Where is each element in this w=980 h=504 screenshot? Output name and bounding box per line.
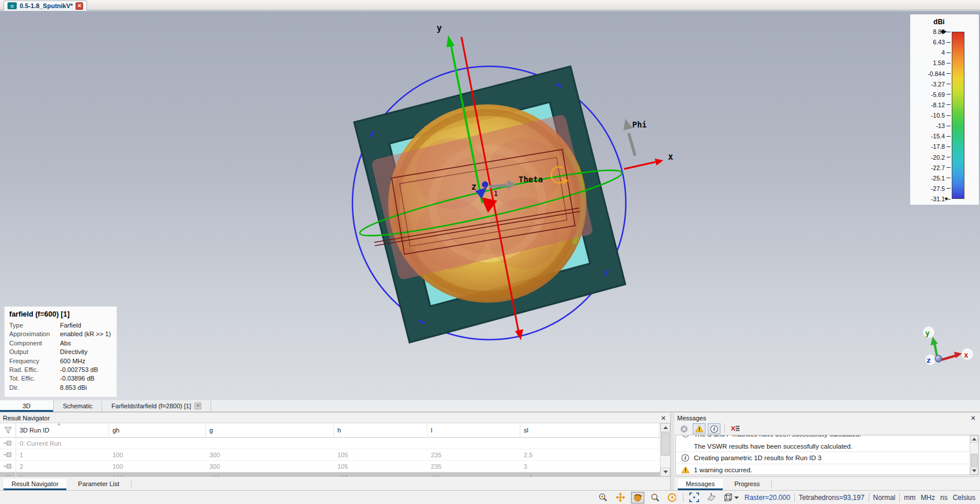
scroll-up-icon[interactable] <box>660 423 670 432</box>
y-axis-label: y <box>437 23 442 33</box>
legend-tick: 1.58 <box>910 59 951 66</box>
farfield-info-row: ComponentAbs <box>9 339 112 348</box>
messages-tabs: MessagesProgress <box>674 476 980 490</box>
pin-icon[interactable] <box>3 464 12 469</box>
pin-cell[interactable] <box>0 461 16 472</box>
pan-tool[interactable] <box>614 492 627 503</box>
messages-scrollbar[interactable] <box>970 435 978 475</box>
zoom-in-tool[interactable] <box>596 492 610 503</box>
pin-cell[interactable] <box>0 472 16 476</box>
column-header-h[interactable]: h <box>334 423 427 437</box>
orbit-tool[interactable] <box>666 492 679 503</box>
scrollbar-thumb[interactable] <box>971 454 978 467</box>
value-cell: 235 <box>427 463 520 470</box>
clipped-message-text: The S and F matrices have been successfu… <box>694 435 861 438</box>
table-row[interactable]: 21003001052353 <box>0 461 660 472</box>
raster-status[interactable]: Raster=20.000 <box>745 494 790 502</box>
message-text: 1 warning occurred. <box>694 467 752 473</box>
clear-messages-button[interactable] <box>729 423 742 434</box>
run-id-cell: 0: Current Run <box>16 440 109 447</box>
unit-label[interactable]: Celsius <box>953 494 975 502</box>
dock-tab-messages[interactable]: Messages <box>678 479 723 490</box>
column-header-g[interactable]: g <box>206 423 334 437</box>
legend-tick: -27.5 <box>910 185 951 192</box>
orientation-triad[interactable]: y x z <box>923 326 973 365</box>
legend-tick: -10.5 <box>910 112 951 119</box>
legend-tick-label: -31.1 <box>931 195 945 202</box>
document-tab[interactable]: ≈ 0.5-1.8_SputnikV* ✕ <box>3 1 87 10</box>
clipping-plane-tool[interactable] <box>705 492 718 503</box>
pin-icon[interactable] <box>3 452 12 457</box>
warning-icon <box>681 466 690 473</box>
view-tab-farfields-farfield-f-2800-1-[interactable]: Farfields\farfield (f=2800) [1]✕ <box>102 400 211 412</box>
legend-tick-mark <box>947 73 951 74</box>
view-cube-tool[interactable] <box>722 492 741 503</box>
zoom-dynamic-tool[interactable] <box>648 492 662 503</box>
scroll-up-icon[interactable] <box>970 435 978 443</box>
3d-viewport[interactable]: y x z Phi Theta 1 y x z dBi <box>0 11 980 400</box>
units-status[interactable]: mmMHznsCelsius <box>904 494 975 502</box>
filter-button[interactable] <box>0 423 16 437</box>
unit-label[interactable]: MHz <box>921 494 935 502</box>
rotate-tool[interactable] <box>631 492 644 503</box>
zoom-dynamic-icon <box>650 492 660 502</box>
legend-tick-label: -13 <box>936 122 945 129</box>
legend-tick-label: 4 <box>941 49 945 56</box>
3d-scene-canvas[interactable]: y x z Phi Theta 1 y x z <box>0 11 980 400</box>
column-header-gh[interactable]: gh <box>109 423 206 437</box>
value-cell: 235 <box>427 452 520 458</box>
legend-tick-label: -0.844 <box>928 70 945 77</box>
message-text: The VSWR results have been successfully … <box>694 443 853 450</box>
close-icon[interactable]: ✕ <box>659 414 667 422</box>
dock-tab-result-navigator[interactable]: Result Navigator <box>3 479 66 490</box>
info-filter-button[interactable]: i <box>708 423 720 434</box>
farfield-info-label: Output <box>9 348 60 356</box>
value-cell: 105 <box>334 452 427 458</box>
legend-tick-mark <box>947 157 951 157</box>
column-header-l[interactable]: l <box>427 423 520 437</box>
fit-view-tool[interactable] <box>688 492 701 503</box>
view-tab-3d[interactable]: 3D <box>0 400 54 412</box>
run-table-scrollbar[interactable] <box>660 423 670 476</box>
legend-tick: 6.43 <box>910 39 951 46</box>
legend-tick: -22.7 <box>910 164 951 171</box>
farfield-info-value: -0.002753 dB <box>60 366 112 374</box>
legend-tick-mark <box>947 32 951 32</box>
legend-tick-label: -3.27 <box>931 81 945 88</box>
pin-cell[interactable] <box>0 449 16 460</box>
result-navigator-tabs: Result NavigatorParameter List <box>0 476 670 490</box>
pin-icon[interactable] <box>3 441 12 446</box>
farfield-info-label: Frequency <box>9 357 60 366</box>
legend-tick-mark <box>947 63 951 63</box>
tab-separator <box>131 480 132 488</box>
unit-label[interactable]: ns <box>940 494 948 502</box>
errors-filter-button[interactable] <box>678 423 690 434</box>
warnings-filter-button[interactable] <box>693 423 705 434</box>
close-icon[interactable]: ✕ <box>194 403 201 409</box>
view-tab-schematic[interactable]: Schematic <box>54 400 102 412</box>
warnings-filter-icon <box>695 425 704 432</box>
mesh-mode-status[interactable]: Normal <box>873 494 896 502</box>
table-row[interactable]: 0: Current Run <box>0 438 660 449</box>
legend-tick-label: -27.5 <box>931 185 945 192</box>
scroll-down-icon[interactable] <box>970 467 978 475</box>
scrollbar-thumb[interactable] <box>661 432 670 456</box>
table-row[interactable]: 11003001052352.5 <box>0 449 660 461</box>
legend-tick-label: 1.58 <box>933 59 945 66</box>
close-icon[interactable]: ✕ <box>76 2 83 10</box>
scroll-down-icon[interactable] <box>660 468 670 476</box>
chevron-down-icon[interactable] <box>734 496 739 499</box>
column-header-sl[interactable]: sl <box>520 423 659 437</box>
table-row[interactable]: 31003001052301.8 <box>0 472 660 476</box>
close-icon[interactable]: ✕ <box>969 414 977 422</box>
legend-ticks: 8.856.4341.58-0.844-3.27-5.69-8.12-10.5-… <box>910 14 979 205</box>
value-cell: 100 <box>109 463 206 470</box>
farfield-info-box: farfield (f=600) [1] TypeFarfieldApproxi… <box>4 306 117 397</box>
unit-label[interactable]: mm <box>904 494 915 502</box>
messages-panel: Messages ✕ i The S and F matrices have b… <box>674 413 980 490</box>
column-header-3d-run-id[interactable]: 3D Run ID <box>16 423 109 437</box>
pin-cell[interactable] <box>0 438 16 449</box>
dock-tab-parameter-list[interactable]: Parameter List <box>70 479 127 490</box>
legend-tick-mark <box>947 178 951 178</box>
dock-tab-progress[interactable]: Progress <box>726 479 768 490</box>
